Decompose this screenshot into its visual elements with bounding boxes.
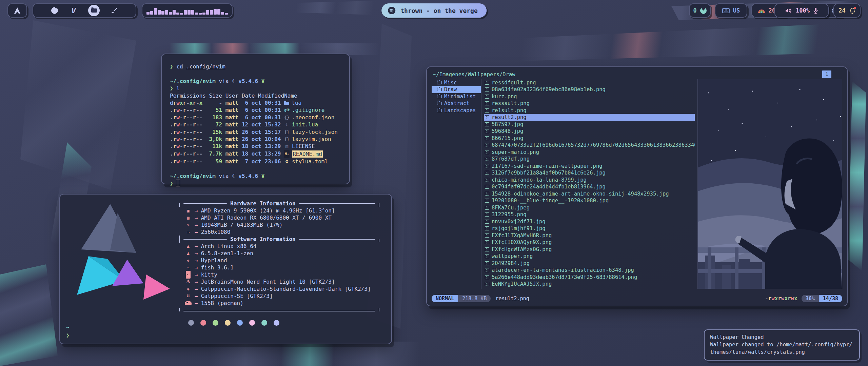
file-row[interactable]: rsjqojlmjhf91.jpg (484, 225, 695, 232)
sidebar-item-misc[interactable]: Misc (432, 79, 481, 86)
file-row[interactable]: 87r687df.png (484, 156, 695, 163)
listing-header: PermissionsSizeUserDate ModifiedName (170, 92, 341, 99)
file-row[interactable]: resssult.png (484, 100, 695, 107)
font-icon (185, 278, 192, 285)
file-row[interactable]: atardecer-en-la-montanas-ilustracion-634… (484, 267, 695, 274)
launcher-button[interactable] (7, 3, 27, 18)
microphone-icon (813, 7, 818, 14)
sidebar-item-draw[interactable]: Draw (432, 86, 481, 93)
image-icon (485, 136, 489, 140)
file-row[interactable]: FXfcJlTXgAMvH6R.png (484, 232, 695, 239)
image-icon (485, 275, 489, 279)
file-row[interactable]: nnvuv0xj2df71.jpg (484, 218, 695, 225)
file-row[interactable]: EeNKYgIUcAAJ5JX.png (484, 281, 695, 288)
file-row[interactable]: super-mario.png (484, 149, 695, 156)
selected-filename: result2.png (495, 295, 529, 302)
file-row[interactable]: 587597.jpg (484, 121, 695, 128)
visualizer-bar (202, 13, 205, 15)
wallpaper-shard (509, 24, 834, 61)
arch-icon (185, 243, 192, 250)
audio-visualizer (142, 3, 233, 18)
image-icon (485, 254, 489, 258)
keyboard-layout: US (733, 7, 740, 14)
tab-badge[interactable]: 1 (822, 70, 831, 78)
file-row[interactable]: wallpaper.png (484, 253, 695, 260)
image-icon (485, 233, 489, 238)
file-row[interactable]: chica-mirando-la-luna-8799.jpg (484, 177, 695, 184)
wallpaper-shard (170, 43, 380, 55)
image-icon (485, 268, 489, 272)
shell-command-line: ❯ cd .config/nvim (170, 63, 341, 70)
desktop: { "colors":{ "accent":"#8aadf4","teal":"… (0, 0, 868, 366)
file-row[interactable]: 3122955.png (484, 211, 695, 218)
module-notifications[interactable]: 24 (833, 3, 861, 18)
workspace-paint[interactable] (110, 6, 119, 15)
visualizer-bar (199, 13, 202, 15)
file-row[interactable]: 217167-sad-anime-rain-wallpaper.png (484, 163, 695, 170)
file-row[interactable]: 68747470733a2f2f696d616765732d7769786d70… (484, 142, 695, 149)
prompt-input-line[interactable]: ❯ (170, 180, 341, 187)
file-row[interactable]: 19201080-__blue-tinge__-1920×1080.jpg (484, 197, 695, 204)
table-row: .rw-r--r--183matt 6 oct 00:31.neoconf.js… (170, 114, 341, 121)
module-updates[interactable]: 0 (689, 3, 711, 18)
table-row: .rw-r--r--72matt12 oct 15:32init.lua (170, 121, 341, 128)
workspace-vim[interactable]: V (69, 6, 78, 15)
table-row: .rw-r--r--59matt 7 oct 23:06stylua.toml (170, 158, 341, 165)
visualizer-bar (169, 12, 172, 15)
workspace-files-active[interactable] (88, 5, 100, 16)
fetch-info-row: →10948MiB / 64183MiB (17%) (179, 221, 379, 228)
file-row[interactable]: 154928-odinokoe_anime-art-anime-okno-sin… (484, 190, 695, 198)
file-row[interactable]: 8FKa7Cu.jpeg (484, 204, 695, 211)
terminal-window[interactable]: ❯ cd .config/nvim ~/.config/nvim via ☾ v… (161, 54, 350, 184)
image-icon (485, 220, 489, 224)
fetch-prompt[interactable]: ~ ❯ (66, 323, 70, 340)
theme-icon (185, 285, 192, 292)
fetch-window[interactable]: Hardware Information →AMD Ryzen 9 5900X … (59, 194, 392, 344)
file-row[interactable]: FXfcII0X0AQyn9X.png (484, 239, 695, 246)
visualizer-bar (188, 10, 191, 15)
memory-icon (185, 221, 192, 228)
visualizer-bars (144, 6, 230, 15)
file-row[interactable]: result2.png (484, 114, 695, 121)
sidebar-item-abstract[interactable]: Abstract (432, 100, 481, 107)
terminal-output: ❯ cd .config/nvim ~/.config/nvim via ☾ v… (170, 63, 341, 187)
list-position: 14/38 (819, 295, 842, 303)
folder-icon (284, 102, 289, 105)
image-icon (485, 171, 489, 175)
text-cursor[interactable] (176, 180, 180, 186)
image-icon (485, 101, 489, 105)
prompt-symbol: ❯ (170, 63, 173, 70)
image-icon (485, 178, 489, 182)
notification-popup[interactable]: Wallpaper Changed Wallpaper changed to /… (704, 329, 860, 361)
file-row[interactable]: 596848.jpg (484, 128, 695, 135)
file-row[interactable]: 3126f7e9bbf21a8a4af0b67b041c6e26.jpg (484, 169, 695, 177)
palette-dot (261, 320, 267, 326)
visualizer-bar (217, 9, 220, 15)
module-volume-real[interactable]: 100% (774, 3, 829, 18)
music-widget[interactable]: thrown - on the verge (381, 3, 487, 18)
crystal-logo (67, 199, 172, 311)
module-keyboard-layout[interactable]: US (715, 3, 747, 18)
file-row[interactable]: 0c794faf07de24a4db4d4fb1eb813964.jpg (484, 183, 695, 190)
file-row[interactable]: ressdfgult.png (484, 79, 695, 86)
folder-icon (437, 109, 442, 112)
color-palette (179, 320, 379, 326)
volume-value: 100% (796, 7, 810, 14)
folder-icon (437, 81, 442, 84)
file-row[interactable]: 5a266e448add93deab367d87173e9f25-6837886… (484, 274, 695, 281)
visualizer-bar (146, 12, 150, 15)
file-row[interactable]: kurz.png (484, 93, 695, 100)
file-row[interactable]: 20492984.jpg (484, 260, 695, 267)
sidebar-item-landscapes[interactable]: Landscapes (432, 107, 481, 114)
scroll-progress: 36% (802, 295, 819, 303)
workspace-firefox[interactable] (50, 6, 59, 15)
palette-dot (225, 320, 231, 326)
file-row[interactable]: FXfcHgcWIAMzs0G.png (484, 246, 695, 253)
visualizer-bar (214, 9, 217, 15)
file-row[interactable]: 866715.png (484, 135, 695, 142)
file-row[interactable]: 08a634fa02a32364f69ebc86a98eb1eb.png (484, 86, 695, 93)
sidebar-item-minimalist[interactable]: Minimalist (432, 93, 481, 100)
packages-icon (185, 301, 192, 305)
file-row[interactable]: re1sult.png (484, 107, 695, 114)
file-manager-window[interactable]: ~/Imagenes/Wallpapers/Draw 1 MiscDrawMin… (426, 66, 848, 306)
